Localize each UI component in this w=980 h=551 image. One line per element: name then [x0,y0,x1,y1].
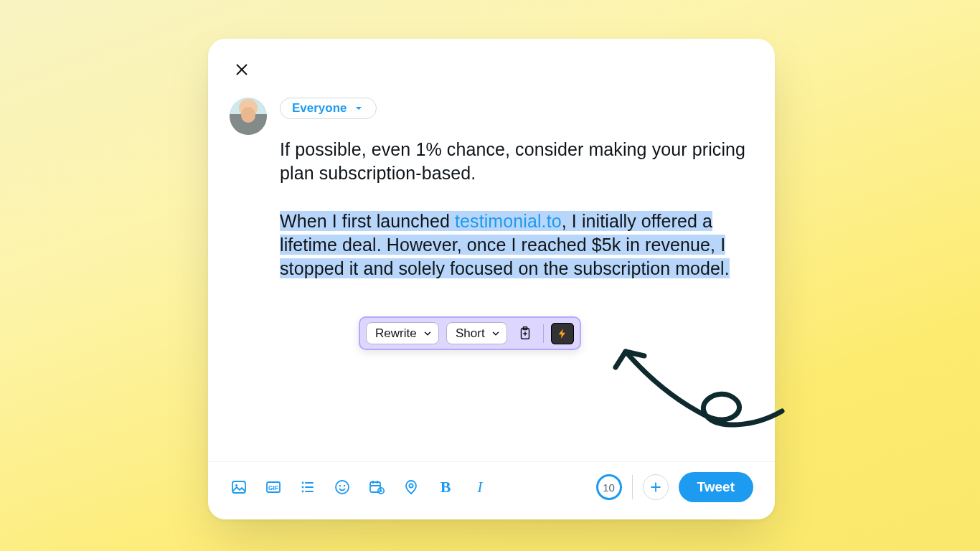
audience-label: Everyone [292,101,347,116]
schedule-icon[interactable] [367,478,386,496]
location-icon[interactable] [402,478,420,496]
svg-point-12 [409,484,413,487]
compose-toolbar: GIF B I 10 [230,462,753,502]
character-count-value: 10 [603,481,615,494]
svg-point-1 [235,484,237,486]
plus-icon [649,480,663,494]
ai-rewrite-toolbar[interactable]: Rewrite Short [359,316,581,350]
emoji-icon[interactable] [333,478,352,496]
divider [543,324,544,343]
svg-text:GIF: GIF [268,484,278,491]
svg-point-9 [344,485,345,486]
svg-point-8 [339,485,341,486]
ai-copy-button[interactable] [514,323,536,344]
clipboard-plus-icon [517,326,533,342]
tweet-paragraph-1: If possible, even 1% chance, consider ma… [280,138,753,185]
ai-length-select[interactable]: Short [446,322,507,344]
close-button[interactable] [230,57,254,82]
gif-icon[interactable]: GIF [264,478,283,496]
divider [632,475,633,499]
media-icon[interactable] [230,478,248,496]
bold-icon[interactable]: B [436,478,455,496]
page-background: Everyone If possible, even 1% chance, co… [0,0,980,551]
svg-rect-0 [232,481,245,493]
ai-run-button[interactable] [551,323,574,344]
svg-point-4 [302,482,304,484]
audience-selector[interactable]: Everyone [280,98,377,119]
poll-icon[interactable] [298,478,317,496]
avatar [230,98,267,135]
chevron-down-icon [353,103,364,114]
italic-icon[interactable]: I [471,478,489,496]
add-thread-button[interactable] [643,474,669,500]
tweet-button[interactable]: Tweet [679,472,753,502]
ai-mode-select[interactable]: Rewrite [366,322,439,344]
selected-text-segment: When I first launched [280,211,455,231]
svg-point-7 [336,481,349,494]
svg-point-5 [302,486,304,489]
lightning-icon [557,328,568,339]
selected-text-link[interactable]: testimonial.to [455,211,562,231]
close-icon [234,62,250,77]
compose-tweet-modal: Everyone If possible, even 1% chance, co… [208,39,775,519]
svg-rect-10 [370,482,380,492]
tweet-paragraph-2: When I first launched testimonial.to, I … [280,209,753,281]
tweet-text-area[interactable]: If possible, even 1% chance, consider ma… [280,138,753,281]
svg-point-6 [302,491,304,493]
character-count-ring: 10 [596,474,622,500]
